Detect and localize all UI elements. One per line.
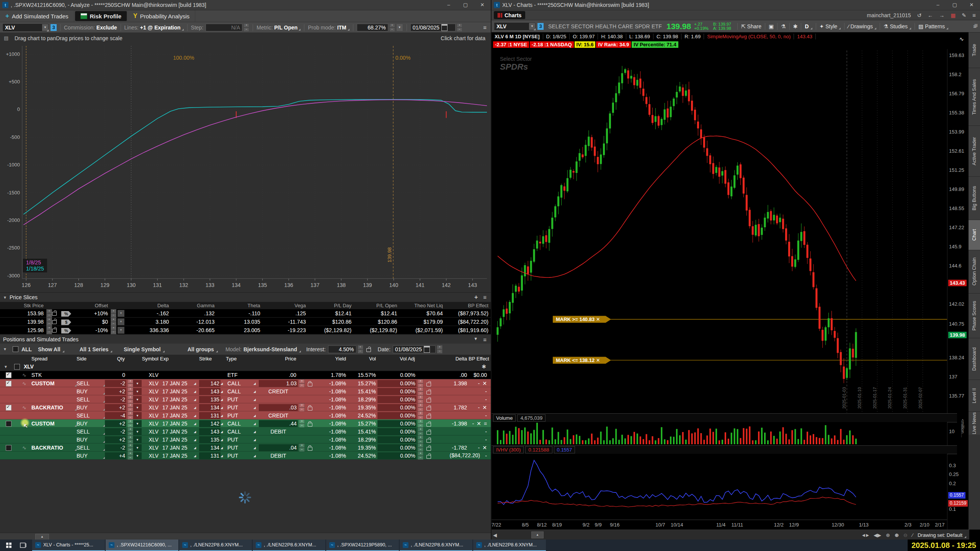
prob-mode-value[interactable]: ITM: [337, 24, 350, 31]
vol-adj-cell[interactable]: 0.00%: [377, 396, 416, 403]
taskbar-button[interactable]: ~, ./LNEN22P8.6:XNYM...: [253, 540, 325, 551]
lock-icon[interactable]: [52, 320, 57, 324]
drawing-set-dropdown[interactable]: Drawing set: Default: [918, 532, 966, 538]
remove-position-button[interactable]: ✕: [477, 421, 481, 427]
price-slices-header[interactable]: ▼ Price Slices + ≡: [0, 292, 491, 302]
expiration-cell[interactable]: 17 JAN 25: [160, 437, 194, 443]
vol-adj-cell[interactable]: 0.00%: [377, 436, 416, 443]
expiration-cell[interactable]: 17 JAN 25: [160, 396, 194, 403]
price-cell[interactable]: .03: [259, 404, 298, 411]
alert-icon[interactable]: ▣: [769, 23, 774, 29]
side-cell[interactable]: SELL: [77, 380, 105, 386]
lock-icon[interactable]: [52, 329, 57, 333]
probability-stepper[interactable]: +−: [389, 23, 395, 32]
slice-price[interactable]: 139.98: [0, 319, 45, 325]
slice-offset[interactable]: +10%: [76, 310, 109, 316]
strike-cell[interactable]: 143: [199, 388, 220, 395]
vol-lock-icon[interactable]: [426, 423, 431, 427]
rail-tab-dashboard[interactable]: Dashboard: [969, 338, 980, 380]
model-dropdown[interactable]: Bjerksund-Stensland: [243, 346, 301, 352]
qty-cell[interactable]: +2: [105, 420, 126, 427]
close-button[interactable]: ✕: [474, 0, 491, 10]
spread-name[interactable]: BACKRATIO: [31, 445, 77, 451]
probability-dropdown[interactable]: ▼: [396, 24, 403, 31]
position-row[interactable]: BUY+4+−▼XLV17 JAN 25◢131◢PUT◢DEBIT-1.08%…: [0, 452, 491, 460]
type-cell[interactable]: PUT: [226, 437, 253, 443]
qty-cell[interactable]: -2: [105, 396, 126, 403]
slice-offset[interactable]: -10%: [76, 327, 109, 333]
collapse-icon[interactable]: ▼: [3, 295, 7, 300]
rail-tab-option-chain[interactable]: Option Chain: [969, 250, 980, 293]
strike-cell[interactable]: 134: [199, 444, 220, 451]
vol-adj-stepper[interactable]: +−: [418, 387, 423, 396]
remove-position-button[interactable]: ✕: [482, 380, 487, 386]
slice-price-stepper[interactable]: +−: [46, 318, 52, 326]
slice-price[interactable]: 125.98: [0, 327, 45, 333]
taskbar-button[interactable]: ~, ./LNEN22P8.6:XNYM...: [400, 540, 472, 551]
tab-add-simulated-trades[interactable]: + Add Simulated Trades: [0, 10, 74, 22]
patterns-dropdown[interactable]: ▨ Patterns: [918, 23, 948, 29]
minimize-button[interactable]: –: [929, 0, 946, 10]
pin-icon[interactable]: ✎: [962, 12, 967, 18]
spread-name[interactable]: CUSTOM: [31, 421, 77, 427]
price-lock-icon[interactable]: [308, 383, 312, 386]
slice-dropdown[interactable]: ▼: [118, 310, 124, 317]
slice-price-stepper[interactable]: +−: [46, 309, 52, 318]
positions-header[interactable]: Positions and Simulated Trades ▼ ≡: [0, 334, 491, 344]
filter-icon[interactable]: ▼: [474, 336, 478, 343]
interest-stepper[interactable]: +−: [358, 345, 363, 354]
positions-menu-icon[interactable]: ≡: [483, 336, 487, 343]
price-stepper[interactable]: +−: [299, 443, 305, 452]
qty-stepper[interactable]: +−: [127, 443, 133, 452]
position-group-row[interactable]: ▼XLV✱: [0, 362, 491, 371]
price-stepper[interactable]: +−: [299, 403, 305, 412]
probability-input[interactable]: 68.27%: [357, 24, 388, 31]
slices-menu-icon[interactable]: ≡: [483, 294, 487, 301]
qty-dropdown[interactable]: ▼: [133, 412, 142, 419]
offset-mode-tag[interactable]: $: [61, 320, 71, 325]
rail-tab-level-ii[interactable]: Level II: [969, 380, 980, 411]
qty-stepper[interactable]: +−: [127, 411, 133, 420]
side-cell[interactable]: SELL: [77, 445, 105, 451]
vol-lock-icon[interactable]: [426, 447, 431, 451]
qty-cell[interactable]: +4: [105, 452, 126, 459]
offset-mode-tag[interactable]: %: [61, 328, 71, 334]
taskbar-button[interactable]: ~XLV - Charts - *****25...: [32, 540, 105, 551]
drawings-dropdown[interactable]: ∕ Drawings: [848, 23, 876, 29]
vol-adj-stepper[interactable]: +−: [418, 403, 423, 412]
series-dropdown[interactable]: All 1 Series: [80, 346, 113, 352]
price-cell[interactable]: .44: [259, 420, 298, 427]
rail-tab-live-news[interactable]: Live News: [969, 411, 980, 435]
qty-stepper[interactable]: +−: [127, 395, 133, 404]
calendar-icon[interactable]: [424, 346, 430, 353]
price-lock-icon[interactable]: [308, 423, 312, 427]
positions-date-stepper[interactable]: +−: [437, 345, 443, 354]
type-cell[interactable]: PUT: [226, 396, 253, 403]
gear-icon[interactable]: ✱: [793, 23, 798, 29]
taskbar-button[interactable]: ~, .SPXW241216C6090, ...: [106, 540, 178, 551]
lines-value[interactable]: +1 @ Expiration: [140, 24, 184, 31]
mark-alert-badge[interactable]: MARK <= 138.12 ✕: [553, 357, 611, 364]
spread-name[interactable]: BACKRATIO: [31, 404, 77, 411]
panel-expand-icon[interactable]: ▤: [4, 35, 8, 41]
chart-menu-icon[interactable]: ≡: [972, 12, 976, 18]
start-button[interactable]: [3, 540, 15, 551]
qty-cell[interactable]: -2: [105, 428, 126, 435]
rail-tab-phase-scores[interactable]: Phase Scores: [969, 293, 980, 338]
vol-adj-stepper[interactable]: +−: [418, 395, 423, 404]
price-cell[interactable]: DEBIT: [259, 453, 298, 459]
vol-adj-cell[interactable]: 0.00%: [377, 444, 416, 451]
qty-cell[interactable]: -2: [105, 380, 126, 387]
spread-name[interactable]: CUSTOM: [31, 380, 77, 386]
candlestick-chart[interactable]: 2025-01-032025-01-102025-01-172025-01-24…: [492, 49, 947, 413]
slice-dropdown[interactable]: ▼: [118, 318, 124, 325]
qty-dropdown[interactable]: ▼: [133, 444, 142, 451]
qty-dropdown[interactable]: ▼: [133, 428, 142, 435]
position-row[interactable]: ∿BACKRATIOBUY+2+−▼XLV17 JAN 25◢134◢PUT◢.…: [0, 403, 491, 411]
vol-adj-stepper[interactable]: +−: [418, 419, 423, 428]
flask-icon[interactable]: ⚗: [781, 23, 786, 29]
expiration-cell[interactable]: 17 JAN 25: [160, 388, 194, 395]
qty-cell[interactable]: +2: [105, 404, 126, 411]
type-cell[interactable]: PUT: [226, 404, 253, 411]
vol-adj-cell[interactable]: 0.00%: [377, 380, 416, 387]
